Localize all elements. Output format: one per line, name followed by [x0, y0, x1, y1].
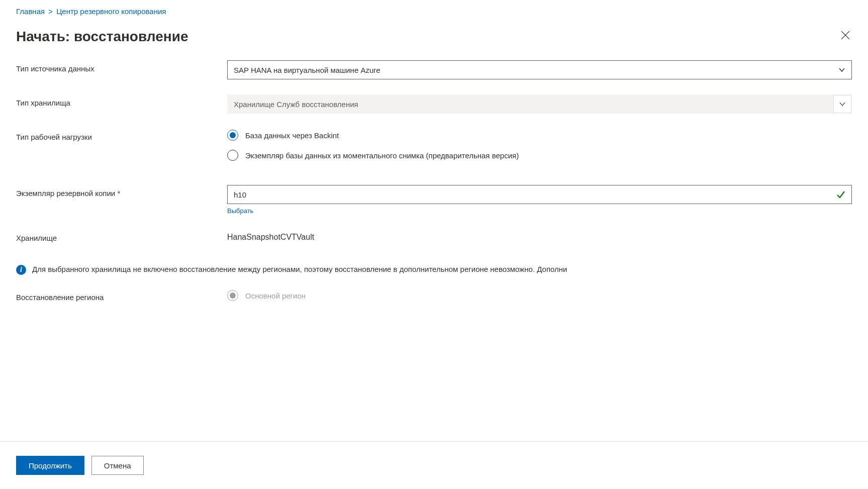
backup-instance-value: h10	[234, 190, 246, 199]
vault-type-value: Хранилище Служб восстановления	[234, 100, 358, 109]
radio-icon	[227, 290, 238, 301]
chevron-down-icon	[839, 101, 846, 108]
vault-value: HanaSnapshotCVTVault	[227, 230, 852, 242]
page-title: Начать: восстановление	[16, 29, 188, 45]
info-banner: i Для выбранного хранилища не включено в…	[16, 265, 852, 275]
workload-radio-snapshot-label: Экземпляр базы данных из моментального с…	[245, 151, 519, 160]
form-content: Тип источника данных SAP HANA на виртуал…	[0, 60, 868, 441]
breadcrumb-home[interactable]: Главная	[16, 7, 45, 16]
radio-icon	[227, 150, 238, 161]
workload-radio-snapshot[interactable]: Экземпляр базы данных из моментального с…	[227, 150, 852, 161]
cancel-button[interactable]: Отмена	[91, 456, 144, 475]
workload-radio-backint[interactable]: База данных через Backint	[227, 130, 852, 141]
label-datasource-type: Тип источника данных	[16, 60, 227, 73]
close-button[interactable]	[839, 29, 852, 43]
chevron-down-icon	[838, 66, 845, 73]
vault-type-select: Хранилище Служб восстановления	[227, 94, 852, 114]
backup-instance-input[interactable]: h10	[227, 185, 852, 204]
continue-button[interactable]: Продолжить	[16, 456, 84, 475]
checkmark-icon	[836, 190, 845, 199]
datasource-type-select[interactable]: SAP HANA на виртуальной машине Azure	[227, 60, 852, 79]
breadcrumb: Главная > Центр резервного копирования	[0, 0, 868, 19]
region-restore-radio-group: Основной регион	[227, 289, 852, 301]
info-icon: i	[16, 265, 26, 275]
select-instance-link[interactable]: Выбрать	[227, 207, 253, 215]
label-vault: Хранилище	[16, 230, 227, 242]
datasource-type-value: SAP HANA на виртуальной машине Azure	[234, 66, 380, 74]
info-message: Для выбранного хранилища не включено вос…	[32, 265, 567, 273]
label-workload-type: Тип рабочей нагрузки	[16, 129, 227, 141]
label-backup-instance: Экземпляр резервной копии *	[16, 185, 227, 198]
label-region-restore: Восстановление региона	[16, 289, 227, 302]
radio-icon	[227, 130, 238, 141]
breadcrumb-backup-center[interactable]: Центр резервного копирования	[56, 7, 166, 16]
workload-type-radio-group: База данных через Backint Экземпляр базы…	[227, 129, 852, 161]
footer: Продолжить Отмена	[0, 441, 868, 489]
breadcrumb-separator: >	[47, 7, 54, 16]
close-icon	[841, 31, 850, 40]
workload-radio-backint-label: База данных через Backint	[245, 131, 339, 140]
region-radio-primary-label: Основной регион	[245, 291, 306, 300]
region-radio-primary: Основной регион	[227, 290, 852, 301]
label-vault-type: Тип хранилища	[16, 94, 227, 107]
page-header: Начать: восстановление	[0, 19, 868, 61]
